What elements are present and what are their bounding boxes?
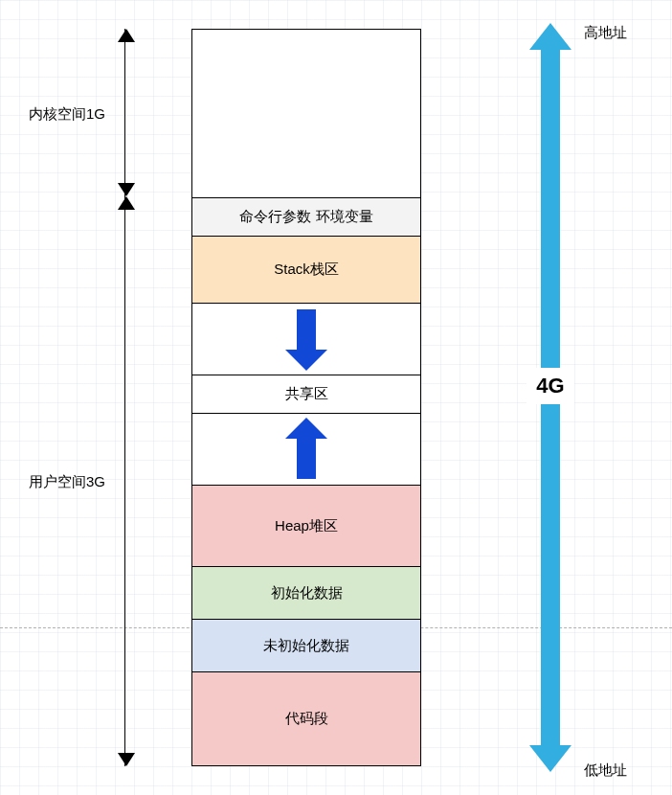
- memory-layout-column: 命令行参数 环境变量 Stack栈区 共享区 Heap堆区 初始化数据 未初始化…: [191, 29, 421, 766]
- label-low-address: 低地址: [584, 761, 627, 780]
- arrow-stack-grows-down-icon: [297, 309, 316, 350]
- stack-growth-gap: [192, 303, 420, 375]
- arrowhead-up-icon: [118, 29, 135, 42]
- label-user-space: 用户空间3G: [19, 473, 115, 491]
- label-high-address: 高地址: [584, 24, 627, 42]
- bracket-user: [124, 196, 144, 766]
- label-kernel-space: 内核空间1G: [19, 105, 115, 124]
- segment-uninit-data: 未初始化数据: [192, 619, 420, 671]
- segment-stack: Stack栈区: [192, 236, 420, 303]
- segment-code: 代码段: [192, 671, 420, 765]
- heap-growth-gap: [192, 413, 420, 485]
- diagram-canvas: 内核空间1G 用户空间3G 命令行参数 环境变量 Stack栈区 共享区 Hea…: [0, 0, 672, 795]
- arrowhead-down-icon: [118, 183, 135, 196]
- segment-cmdline-env: 命令行参数 环境变量: [192, 197, 420, 236]
- segment-shared: 共享区: [192, 375, 420, 413]
- arrowhead-down-icon: [118, 753, 135, 766]
- arrowhead-up-icon: [118, 196, 135, 210]
- bracket-kernel: [124, 29, 144, 196]
- segment-kernel: [192, 30, 420, 197]
- arrow-heap-grows-up-icon: [297, 439, 316, 479]
- segment-heap: Heap堆区: [192, 485, 420, 566]
- address-range-size: 4G: [526, 368, 574, 404]
- segment-init-data: 初始化数据: [192, 566, 420, 619]
